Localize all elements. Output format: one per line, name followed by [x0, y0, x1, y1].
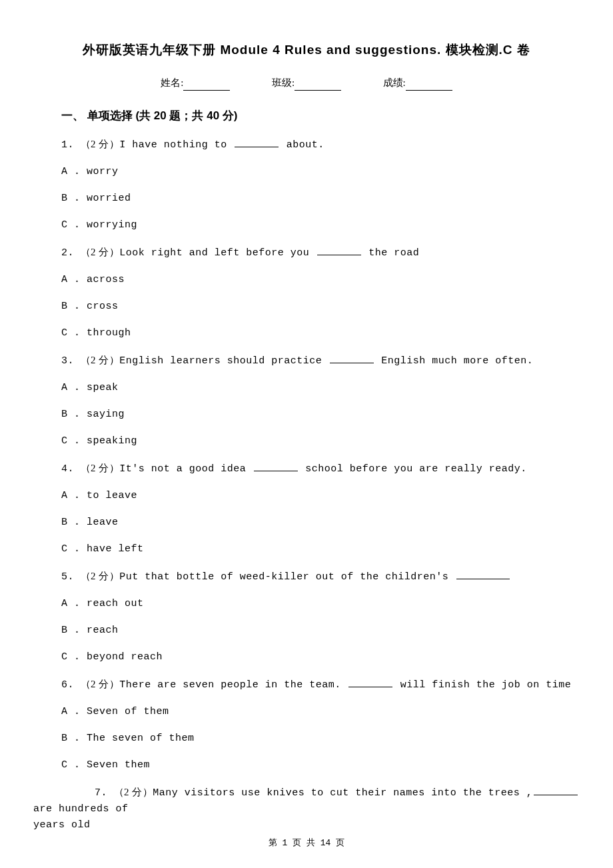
- score-label: 成绩:: [383, 75, 406, 91]
- option-B[interactable]: B . saying: [61, 407, 580, 423]
- option-A[interactable]: A . reach out: [61, 596, 580, 612]
- question-text-after: are hundreds of: [33, 803, 129, 815]
- question-text-after: school before you are really ready.: [299, 463, 527, 475]
- class-blank[interactable]: [295, 81, 341, 91]
- option-text: saying: [87, 409, 125, 420]
- option-B[interactable]: B . The seven of them: [61, 731, 580, 747]
- option-label: C .: [61, 435, 87, 447]
- question-text-before: Look right and left before you: [119, 247, 316, 259]
- question-points: （2 分）: [81, 139, 120, 149]
- question-3: 3. （2 分）English learners should practice…: [61, 352, 580, 369]
- student-info-line: 姓名: 班级: 成绩:: [33, 75, 580, 91]
- question-text-after: will finish the job on time: [394, 679, 571, 691]
- question-number: 6.: [61, 679, 81, 691]
- question-text-before: I have nothing to: [119, 139, 233, 151]
- question-text-before: There are seven people in the team.: [119, 679, 347, 691]
- option-text: worrying: [87, 219, 137, 231]
- option-A[interactable]: A . across: [61, 272, 580, 288]
- question-text-before: Many visitors use knives to cut their na…: [153, 787, 532, 799]
- option-B[interactable]: B . worried: [61, 191, 580, 207]
- answer-blank[interactable]: [254, 462, 298, 471]
- option-label: B .: [61, 625, 87, 636]
- option-C[interactable]: C . worrying: [61, 217, 580, 233]
- class-label: 班级:: [272, 75, 295, 91]
- option-text: Seven them: [87, 759, 150, 771]
- question-text-after: about.: [280, 139, 324, 151]
- question-4: 4. （2 分）It's not a good idea school befo…: [61, 460, 580, 477]
- option-label: A .: [61, 166, 87, 177]
- question-6: 6. （2 分）There are seven people in the te…: [61, 676, 580, 693]
- question-7: 7. （2 分）Many visitors use knives to cut …: [33, 784, 580, 833]
- question-text-before: Put that bottle of weed-killer out of th…: [119, 571, 455, 583]
- answer-blank[interactable]: [534, 786, 578, 795]
- option-C[interactable]: C . speaking: [61, 433, 580, 449]
- option-text: across: [87, 274, 125, 285]
- option-label: A .: [61, 382, 87, 393]
- option-label: C .: [61, 327, 87, 339]
- question-number: 7.: [95, 787, 114, 799]
- option-label: B .: [61, 301, 87, 312]
- question-text-line2: years old: [33, 817, 580, 833]
- question-number: 4.: [61, 463, 81, 475]
- question-text-after: English much more often.: [375, 355, 534, 367]
- option-text: reach: [87, 625, 119, 636]
- option-text: reach out: [87, 598, 144, 609]
- question-1: 1. （2 分）I have nothing to about.: [61, 136, 580, 153]
- document-title: 外研版英语九年级下册 Module 4 Rules and suggestion…: [33, 40, 580, 60]
- option-C[interactable]: C . Seven them: [61, 757, 580, 773]
- question-text-before: It's not a good idea: [119, 463, 253, 475]
- answer-blank[interactable]: [235, 138, 279, 147]
- answer-blank[interactable]: [317, 246, 361, 255]
- name-label: 姓名:: [161, 75, 183, 91]
- option-label: C .: [61, 759, 87, 771]
- page-footer: 第 1 页 共 14 页: [0, 837, 613, 851]
- question-2: 2. （2 分）Look right and left before you t…: [61, 244, 580, 261]
- option-label: B .: [61, 517, 87, 528]
- option-text: worried: [87, 193, 131, 204]
- option-A[interactable]: A . Seven of them: [61, 704, 580, 720]
- option-A[interactable]: A . speak: [61, 380, 580, 396]
- question-number: 1.: [61, 139, 81, 151]
- option-text: speak: [87, 382, 119, 393]
- option-text: beyond reach: [87, 651, 163, 663]
- option-text: cross: [87, 301, 119, 312]
- option-C[interactable]: C . through: [61, 325, 580, 341]
- answer-blank[interactable]: [348, 678, 392, 687]
- option-label: C .: [61, 651, 87, 663]
- question-points: （2 分）: [81, 355, 120, 365]
- option-text: speaking: [87, 435, 137, 447]
- name-blank[interactable]: [183, 81, 230, 91]
- option-label: C .: [61, 219, 87, 231]
- answer-blank[interactable]: [330, 354, 374, 363]
- option-label: B .: [61, 409, 87, 420]
- option-B[interactable]: B . reach: [61, 623, 580, 639]
- question-points: （2 分）: [114, 787, 153, 797]
- question-points: （2 分）: [81, 463, 120, 473]
- option-text: have left: [87, 543, 144, 555]
- option-A[interactable]: A . to leave: [61, 488, 580, 504]
- question-number: 3.: [61, 355, 81, 367]
- option-B[interactable]: B . leave: [61, 515, 580, 531]
- option-label: B .: [61, 733, 87, 744]
- option-text: to leave: [87, 490, 137, 501]
- score-blank[interactable]: [406, 81, 452, 91]
- option-C[interactable]: C . beyond reach: [61, 649, 580, 665]
- option-text: through: [87, 327, 131, 339]
- question-points: （2 分）: [81, 679, 120, 689]
- option-B[interactable]: B . cross: [61, 299, 580, 315]
- section-header: 一、 单项选择 (共 20 题；共 40 分): [61, 107, 580, 125]
- question-number: 5.: [61, 571, 81, 583]
- question-text-before: English learners should practice: [119, 355, 328, 367]
- option-text: worry: [87, 166, 119, 177]
- option-label: A .: [61, 706, 87, 717]
- option-label: A .: [61, 598, 87, 609]
- answer-blank[interactable]: [456, 570, 510, 579]
- question-number: 2.: [61, 247, 81, 259]
- option-text: The seven of them: [87, 733, 195, 744]
- question-points: （2 分）: [81, 247, 120, 257]
- question-text-after: the road: [362, 247, 420, 259]
- option-text: leave: [87, 517, 119, 528]
- question-5: 5. （2 分）Put that bottle of weed-killer o…: [61, 568, 580, 585]
- option-C[interactable]: C . have left: [61, 541, 580, 557]
- option-A[interactable]: A . worry: [61, 164, 580, 180]
